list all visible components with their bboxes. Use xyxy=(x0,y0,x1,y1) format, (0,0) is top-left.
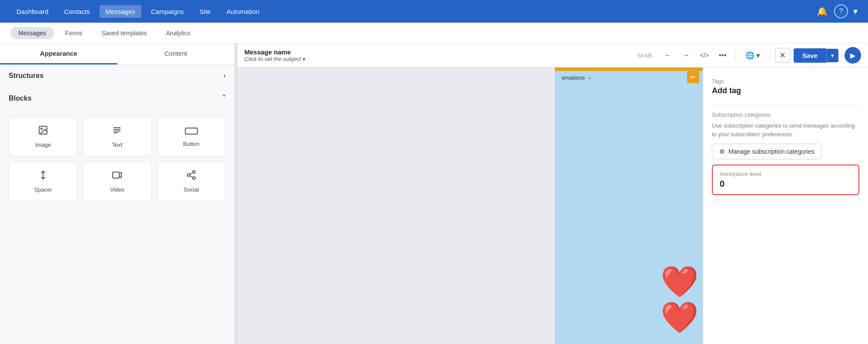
tags-label: Tags xyxy=(712,78,859,84)
block-social-label: Social xyxy=(184,186,199,193)
preview-reservations-text: ervations → xyxy=(555,71,703,84)
structures-chevron-icon: › xyxy=(224,72,226,80)
redo-button[interactable]: → xyxy=(679,48,694,63)
block-button[interactable]: Button xyxy=(157,117,226,156)
message-name[interactable]: Message name xyxy=(244,48,634,56)
manage-subscription-button[interactable]: ⚙ Manage subscription categories xyxy=(712,144,822,159)
email-preview: ✏ ervations → ❤️❤️ xyxy=(555,67,703,344)
blocks-chevron-icon: ˅ xyxy=(222,94,226,102)
top-nav-links: Dashboard Contacts Messages Campaigns Si… xyxy=(10,5,815,18)
nav-site[interactable]: Site xyxy=(194,5,217,18)
save-dropdown-button[interactable]: ▾ xyxy=(826,49,838,62)
svg-rect-8 xyxy=(113,172,119,178)
nav-campaigns[interactable]: Campaigns xyxy=(145,5,190,18)
add-tag-button[interactable]: Add tag xyxy=(712,86,859,95)
annoyance-box: Annoyance level 0 xyxy=(712,165,859,195)
editor-toolbar: Message name Click to set the subject 58… xyxy=(237,44,868,67)
svg-point-1 xyxy=(41,128,42,129)
subnav-messages[interactable]: Messages xyxy=(10,27,54,39)
preview-hearts: ❤️❤️ xyxy=(661,264,698,335)
subscription-label: Subscription categories xyxy=(712,111,859,118)
social-icon xyxy=(186,170,197,183)
editor-title: Message name Click to set the subject xyxy=(244,48,634,62)
nav-contacts[interactable]: Contacts xyxy=(58,5,96,18)
svg-point-10 xyxy=(187,174,190,176)
panel-tabs: Appearance Content xyxy=(0,44,234,65)
svg-rect-6 xyxy=(185,128,197,134)
nav-automation[interactable]: Automation xyxy=(220,5,266,18)
subscription-section: Subscription categories Use subscription… xyxy=(712,104,859,195)
annoyance-label: Annoyance level xyxy=(720,171,851,177)
notifications-button[interactable]: 🔔 xyxy=(815,4,829,18)
subnav-saved-templates[interactable]: Saved templates xyxy=(93,27,154,39)
text-icon xyxy=(112,125,122,138)
annoyance-value[interactable]: 0 xyxy=(720,179,851,189)
image-icon xyxy=(38,125,48,138)
spacer-icon xyxy=(38,170,48,183)
block-image-label: Image xyxy=(35,142,51,148)
message-size: 58 kB xyxy=(638,52,652,59)
subnav-analytics[interactable]: Analytics xyxy=(158,27,198,39)
block-spacer[interactable]: Spacer xyxy=(9,162,77,201)
block-button-label: Button xyxy=(183,141,200,147)
nav-dashboard[interactable]: Dashboard xyxy=(10,5,54,18)
editor-content: ✏ ervations → ❤️❤️ Tags Add tag Subscrip… xyxy=(237,67,868,344)
dropdown-chevron-icon: ▾ xyxy=(853,6,858,17)
undo-button[interactable]: ← xyxy=(661,48,675,63)
top-nav-icons: 🔔 ? ▾ xyxy=(815,4,858,18)
more-options-button[interactable]: ••• xyxy=(715,48,730,63)
sub-navigation: Messages Forms Saved templates Analytics xyxy=(0,23,868,44)
nav-messages[interactable]: Messages xyxy=(100,5,141,18)
manage-btn-label: Manage subscription categories xyxy=(728,148,815,155)
svg-line-13 xyxy=(190,173,193,175)
block-text-label: Text xyxy=(112,142,123,148)
settings-sidebar: Tags Add tag Subscription categories Use… xyxy=(703,67,868,344)
edit-icon[interactable]: ✏ xyxy=(687,71,699,83)
main-layout: Appearance Content Structures › Blocks ˅ xyxy=(0,44,868,344)
block-video-label: Video xyxy=(110,186,124,193)
close-button[interactable]: ✕ xyxy=(775,48,790,63)
tab-content[interactable]: Content xyxy=(117,44,235,64)
preview-orange-bar xyxy=(555,67,703,71)
save-button[interactable]: Save xyxy=(794,48,826,63)
preview-area: ✏ ervations → ❤️❤️ xyxy=(237,67,703,344)
account-dropdown[interactable]: ▾ xyxy=(853,6,858,17)
gear-icon: ⚙ xyxy=(719,148,725,155)
structures-section[interactable]: Structures › xyxy=(0,65,234,87)
blocks-section[interactable]: Blocks ˅ xyxy=(0,87,234,110)
play-button[interactable]: ▶ xyxy=(845,47,861,64)
video-icon xyxy=(112,170,122,183)
block-social[interactable]: Social xyxy=(157,162,226,201)
toolbar-separator-2 xyxy=(770,50,770,61)
globe-icon: 🌐 xyxy=(745,51,754,60)
block-image[interactable]: Image xyxy=(9,117,77,156)
message-subject[interactable]: Click to set the subject xyxy=(244,56,634,62)
svg-point-11 xyxy=(193,177,195,179)
block-video[interactable]: Video xyxy=(83,162,151,201)
svg-line-12 xyxy=(190,176,193,178)
left-panel: Appearance Content Structures › Blocks ˅ xyxy=(0,44,235,344)
top-navigation: Dashboard Contacts Messages Campaigns Si… xyxy=(0,0,868,23)
lang-chevron-icon: ▾ xyxy=(756,51,760,60)
toolbar-separator xyxy=(735,50,736,61)
block-spacer-label: Spacer xyxy=(34,186,52,193)
subscription-description: Use subscription categories to send mess… xyxy=(712,121,859,138)
subnav-forms[interactable]: Forms xyxy=(57,27,90,39)
block-text[interactable]: Text xyxy=(83,117,151,156)
code-button[interactable]: </> xyxy=(697,48,712,63)
tags-section: Tags Add tag xyxy=(712,78,859,95)
svg-point-9 xyxy=(193,171,195,173)
editor-panel: Message name Click to set the subject 58… xyxy=(237,44,868,344)
language-button[interactable]: 🌐 ▾ xyxy=(741,48,765,63)
button-icon xyxy=(185,126,198,137)
save-button-group: Save ▾ xyxy=(794,48,838,63)
blocks-grid: Image Text xyxy=(0,110,234,208)
help-button[interactable]: ? xyxy=(834,4,848,18)
tab-appearance[interactable]: Appearance xyxy=(0,44,117,64)
blocks-label: Blocks xyxy=(9,94,31,102)
structures-label: Structures xyxy=(9,72,43,80)
subject-dot xyxy=(303,58,305,61)
